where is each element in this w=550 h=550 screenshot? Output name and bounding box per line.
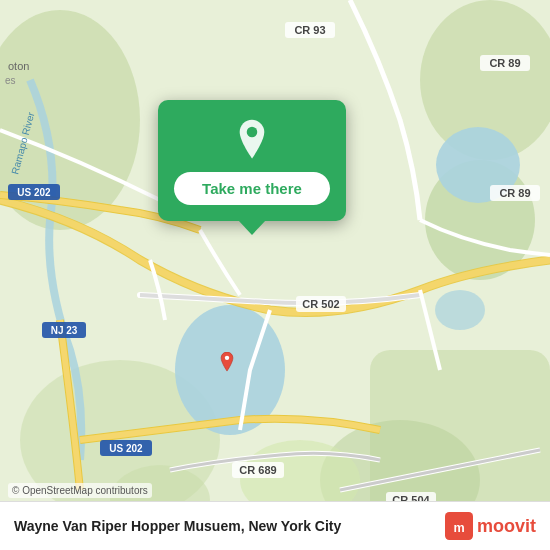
svg-text:US 202: US 202 [109, 443, 143, 454]
svg-text:CR 93: CR 93 [294, 24, 325, 36]
svg-text:CR 689: CR 689 [239, 464, 276, 476]
map-attribution: © OpenStreetMap contributors [8, 483, 152, 498]
moovit-text: moovit [477, 516, 536, 537]
bottom-bar: Wayne Van Riper Hopper Musuem, New York … [0, 501, 550, 550]
location-name: Wayne Van Riper Hopper Musuem, New York … [14, 518, 445, 534]
moovit-logo-icon: m [445, 512, 473, 540]
svg-text:m: m [453, 521, 464, 535]
svg-text:es: es [5, 75, 16, 86]
svg-point-33 [225, 356, 229, 360]
small-location-pin [218, 352, 236, 379]
svg-text:CR 89: CR 89 [499, 187, 530, 199]
svg-text:NJ 23: NJ 23 [51, 325, 78, 336]
moovit-logo: m moovit [445, 512, 536, 540]
take-me-there-button[interactable]: Take me there [174, 172, 330, 205]
map-background: CR 93 CR 89 CR 89 US 202 NJ 23 US 202 CR… [0, 0, 550, 550]
svg-point-11 [435, 290, 485, 330]
svg-text:oton: oton [8, 60, 29, 72]
map-container: CR 93 CR 89 CR 89 US 202 NJ 23 US 202 CR… [0, 0, 550, 550]
svg-text:CR 502: CR 502 [302, 298, 339, 310]
svg-text:US 202: US 202 [17, 187, 51, 198]
popup-card: Take me there [158, 100, 346, 221]
location-pin-icon [230, 118, 274, 162]
svg-text:CR 89: CR 89 [489, 57, 520, 69]
svg-point-34 [247, 127, 258, 138]
